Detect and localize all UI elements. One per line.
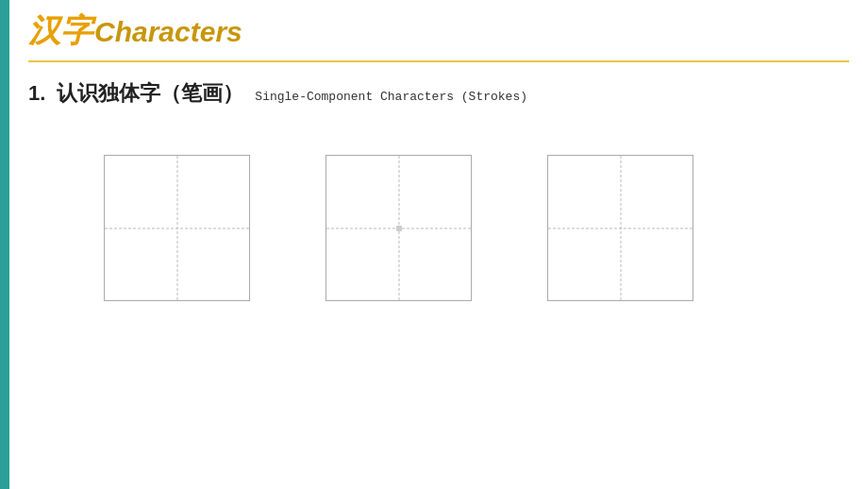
section-title-chinese: 认识独体字（笔画） [57, 79, 243, 108]
section-heading: 1. 认识独体字（笔画） Single-Component Characters… [28, 79, 849, 108]
character-box-wrapper-2 [326, 155, 472, 301]
section-title-english: Single-Component Characters (Strokes) [255, 90, 527, 104]
character-box-wrapper-1 [104, 155, 250, 301]
page-title: 汉字 Characters [28, 9, 849, 53]
hanzi-text: 汉字 [28, 9, 92, 53]
main-content: 汉字 Characters 1. 认识独体字（笔画） Single-Compon… [9, 0, 868, 489]
character-box-3 [547, 155, 693, 301]
page-header: 汉字 Characters [28, 0, 849, 62]
center-dot [396, 226, 402, 231]
characters-text: Characters [94, 16, 242, 48]
left-accent-bar [0, 0, 9, 489]
section-number: 1. [28, 81, 45, 106]
character-box-2 [326, 155, 472, 301]
character-boxes-row [28, 155, 849, 301]
character-box-1 [104, 155, 250, 301]
character-box-wrapper-3 [547, 155, 693, 301]
